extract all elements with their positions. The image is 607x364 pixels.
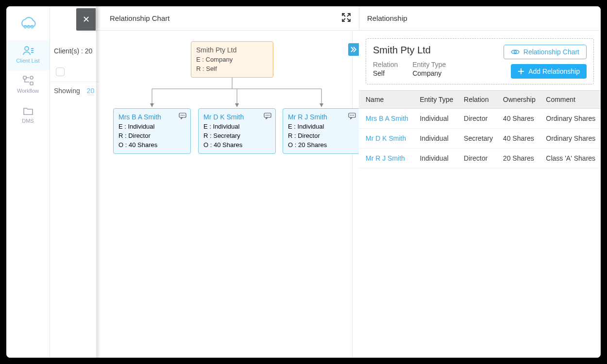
workflow-icon [22,75,34,87]
chart-child-relation: R : Secretary [203,131,270,140]
cell-name[interactable]: Mr D K Smith [359,129,413,149]
cell-relation: Director [457,109,496,129]
cell-ownership: 20 Shares [496,149,539,168]
svg-rect-8 [30,82,33,85]
relationship-chart-button[interactable]: Relationship Chart [504,45,587,59]
svg-point-15 [266,115,267,116]
chart-child-name: Mrs B A Smith [118,113,185,122]
chart-child-ownership: O : 40 Shares [203,140,270,149]
close-button[interactable]: ✕ [76,8,96,31]
svg-point-3 [25,47,29,50]
svg-rect-7 [23,76,26,79]
table-row: Mr D K Smith Individual Secretary 40 Sha… [359,129,601,149]
chart-child-ownership: O : 40 Shares [118,140,185,149]
table-row: Mrs B A Smith Individual Director 40 Sha… [359,109,601,129]
overlay-header: ✕ Relationship Chart Relationship [77,6,601,31]
chat-icon[interactable] [179,113,186,122]
cell-comment: Ordinary Shares [539,109,601,129]
panel-title: Relationship [359,6,601,30]
chart-child-entity: E : Individual [288,122,355,131]
entity-summary: Smith Pty Ltd Relation Self Entity Type … [366,38,594,84]
svg-point-22 [514,51,516,53]
select-all-checkbox[interactable] [56,67,65,76]
nav-workflow-label: Workflow [17,88,39,94]
cell-ownership: 40 Shares [496,129,539,149]
col-name[interactable]: Name [359,91,413,109]
chart-child-name: Mr R J Smith [288,113,355,122]
dms-icon [22,105,34,117]
client-rows [50,62,105,82]
cell-relation: Secretary [457,129,496,149]
client-row-header [50,62,105,82]
svg-point-12 [182,115,183,116]
app-logo [6,6,50,40]
relationship-chart: Smith Pty Ltd E : Company R : Self Mrs B… [99,31,353,358]
cell-entity: Individual [413,149,457,168]
chevron-right-double-icon [350,47,357,52]
svg-point-21 [353,115,354,116]
client-list-icon [22,45,34,57]
table-row: Mr R J Smith Individual Director 20 Shar… [359,149,601,168]
chart-child-relation: R : Director [288,131,355,140]
cell-entity: Individual [413,129,457,149]
chart-child-node[interactable]: Mr R J Smith E : Individual R : Director… [283,108,360,154]
relationship-table-body: Mrs B A Smith Individual Director 40 Sha… [359,109,601,168]
chart-root-name: Smith Pty Ltd [196,46,268,55]
col-ownership[interactable]: Ownership [496,91,539,109]
svg-point-11 [181,115,182,116]
svg-point-16 [267,115,268,116]
eye-icon [511,49,520,55]
svg-point-13 [184,115,185,116]
relation-label: Relation [373,61,398,68]
cell-comment: Class 'A' Shares [539,149,601,168]
cell-name[interactable]: Mr R J Smith [359,149,413,168]
col-comment[interactable]: Comment [539,91,601,109]
entity-type-value: Company [412,69,446,77]
entity-type-label: Entity Type [412,61,446,68]
chart-root-entity: E : Company [196,55,268,64]
chart-child-node[interactable]: Mr D K Smith E : Individual R : Secretar… [198,108,276,154]
expand-button[interactable] [341,13,351,24]
cell-comment: Ordinary Shares [539,129,601,149]
svg-point-19 [350,115,351,116]
col-entity[interactable]: Entity Type [413,91,457,109]
add-relationship-button[interactable]: Add Relationship [511,64,587,79]
cell-relation: Director [457,149,496,168]
nav-workflow[interactable]: Workflow [6,70,50,100]
client-count: Client(s) : 20 [50,40,105,62]
relationship-chart-button-label: Relationship Chart [523,48,579,56]
chart-child-name: Mr D K Smith [203,113,270,122]
chart-child-relation: R : Director [118,131,185,140]
nav-dms-label: DMS [22,118,34,124]
cell-name[interactable]: Mrs B A Smith [359,109,413,129]
relationship-table: Name Entity Type Relation Ownership Comm… [359,90,601,168]
svg-point-9 [30,76,33,79]
chart-title: Relationship Chart [110,14,169,22]
plus-icon [518,68,524,75]
svg-point-17 [269,115,270,116]
chart-root-node[interactable]: Smith Pty Ltd E : Company R : Self [191,41,273,78]
add-relationship-button-label: Add Relationship [528,67,580,75]
client-showing: Showing 20 [50,82,105,99]
col-relation[interactable]: Relation [457,91,496,109]
chat-icon[interactable] [264,113,271,122]
svg-point-20 [352,115,353,116]
client-list-pane: Client(s) : 20 Showing 20 [50,40,106,358]
chart-child-node[interactable]: Mrs B A Smith E : Individual R : Directo… [113,108,191,154]
collapse-panel-button[interactable] [348,43,359,56]
nav-client-list[interactable]: Client List [6,40,50,70]
expand-icon [341,13,351,22]
chat-icon[interactable] [348,113,356,122]
chart-child-entity: E : Individual [203,122,270,131]
nav-client-list-label: Client List [16,58,39,64]
showing-label: Showing [54,87,80,95]
chart-child-ownership: O : 20 Shares [288,140,355,149]
relation-value: Self [373,69,398,77]
side-nav: Client List Workflow DMS [6,6,50,358]
showing-count: 20 [87,87,95,95]
table-header-row: Name Entity Type Relation Ownership Comm… [359,91,601,109]
chart-root-relation: R : Self [196,64,268,73]
nav-dms[interactable]: DMS [6,100,50,131]
cell-entity: Individual [413,109,457,129]
cell-ownership: 40 Shares [496,109,539,129]
